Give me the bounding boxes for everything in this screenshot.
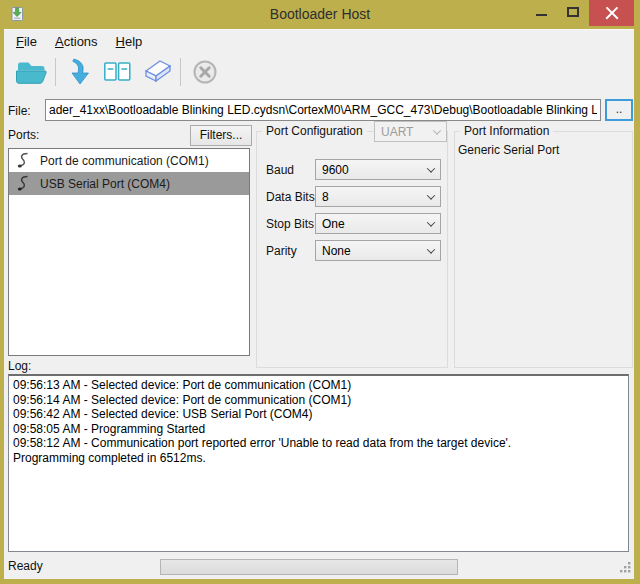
baud-label: Baud xyxy=(266,163,294,177)
baud-value: 9600 xyxy=(322,163,349,177)
eraser-icon xyxy=(139,57,173,87)
log-line: 09:58:05 AM - Programming Started xyxy=(13,422,624,437)
port-type-value: UART xyxy=(381,125,413,139)
browse-button[interactable]: .. xyxy=(605,99,633,121)
menu-help[interactable]: Help xyxy=(107,31,152,52)
maximize-button[interactable] xyxy=(558,0,588,22)
port-configuration-group: Port Configuration UART Baud 9600 Data B… xyxy=(256,131,448,368)
log-line: 09:56:13 AM - Selected device: Port de c… xyxy=(13,378,624,393)
titlebar: Bootloader Host xyxy=(0,0,640,29)
download-arrow-icon xyxy=(65,57,95,87)
parity-value: None xyxy=(322,244,351,258)
port-configuration-title: Port Configuration xyxy=(262,124,367,138)
log-line: 09:58:12 AM - Communication port reporte… xyxy=(13,436,624,451)
baud-dropdown[interactable]: 9600 xyxy=(315,159,441,180)
chevron-down-icon xyxy=(427,245,435,253)
maximize-icon xyxy=(567,7,579,17)
port-item-com1[interactable]: Port de communication (COM1) xyxy=(9,149,249,172)
stop-bits-value: One xyxy=(322,217,345,231)
status-text: Ready xyxy=(8,559,43,573)
toolbar-separator xyxy=(180,58,181,86)
port-information-text: Generic Serial Port xyxy=(458,143,559,157)
chevron-down-icon xyxy=(433,126,441,134)
close-button[interactable] xyxy=(589,0,634,26)
documents-icon xyxy=(102,58,134,86)
file-label: File: xyxy=(8,104,31,118)
serial-port-icon xyxy=(16,175,32,192)
menubar: File Actions Help xyxy=(4,29,634,52)
stop-bits-dropdown[interactable]: One xyxy=(315,213,441,234)
port-item-label: USB Serial Port (COM4) xyxy=(40,177,170,191)
log-line: 09:56:42 AM - Selected device: USB Seria… xyxy=(13,407,624,422)
app-window: Bootloader Host File Actions Help xyxy=(0,0,640,584)
erase-button[interactable] xyxy=(137,54,175,90)
verify-button[interactable] xyxy=(99,54,137,90)
port-type-dropdown[interactable]: UART xyxy=(374,121,447,142)
port-item-com4[interactable]: USB Serial Port (COM4) xyxy=(9,172,249,195)
statusbar: Ready xyxy=(4,555,634,579)
data-bits-value: 8 xyxy=(322,190,329,204)
log-output[interactable]: 09:56:13 AM - Selected device: Port de c… xyxy=(8,374,629,552)
program-button[interactable] xyxy=(61,54,99,90)
parity-label: Parity xyxy=(266,244,297,258)
chevron-down-icon xyxy=(427,218,435,226)
menu-file[interactable]: File xyxy=(7,31,46,52)
filters-button[interactable]: Filters... xyxy=(190,125,252,146)
data-bits-dropdown[interactable]: 8 xyxy=(315,186,441,207)
log-line: Programming completed in 6512ms. xyxy=(13,451,624,466)
resize-grip-icon[interactable] xyxy=(619,561,632,577)
menu-actions[interactable]: Actions xyxy=(46,31,107,52)
chevron-down-icon xyxy=(427,191,435,199)
file-path-input[interactable] xyxy=(45,99,601,121)
toolbar xyxy=(4,52,634,92)
log-label: Log: xyxy=(8,359,31,373)
abort-button[interactable] xyxy=(186,54,224,90)
port-information-group: Port Information Generic Serial Port xyxy=(454,131,633,368)
parity-dropdown[interactable]: None xyxy=(315,240,441,261)
port-information-title: Port Information xyxy=(460,124,553,138)
log-line: 09:56:14 AM - Selected device: Port de c… xyxy=(13,393,624,408)
minimize-button[interactable] xyxy=(526,0,556,22)
minimize-icon xyxy=(536,14,547,16)
toolbar-separator xyxy=(55,58,56,86)
port-item-label: Port de communication (COM1) xyxy=(40,154,209,168)
ports-label: Ports: xyxy=(8,128,39,142)
stop-icon xyxy=(190,57,220,87)
serial-port-icon xyxy=(16,152,32,169)
chevron-down-icon xyxy=(427,164,435,172)
open-folder-icon xyxy=(14,57,48,87)
client-area: File Actions Help xyxy=(4,29,634,579)
data-bits-label: Data Bits xyxy=(266,190,315,204)
stop-bits-label: Stop Bits xyxy=(266,217,314,231)
progress-bar xyxy=(160,559,458,575)
close-icon xyxy=(605,6,619,20)
open-file-button[interactable] xyxy=(12,54,50,90)
ports-list: Port de communication (COM1) USB Serial … xyxy=(8,148,250,356)
